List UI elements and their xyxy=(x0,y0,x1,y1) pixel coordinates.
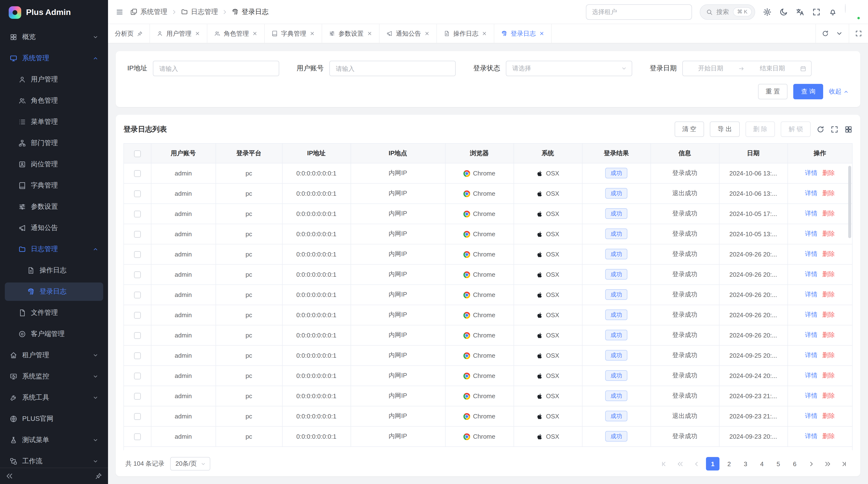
table-fullscreen-icon[interactable] xyxy=(830,125,839,133)
detail-link[interactable]: 详情 xyxy=(805,311,817,318)
tab-close-icon[interactable] xyxy=(424,31,430,36)
detail-link[interactable]: 详情 xyxy=(805,230,817,237)
status-filter-select[interactable]: 请选择 xyxy=(506,61,632,76)
tab-close-icon[interactable] xyxy=(195,31,200,36)
column-header[interactable]: 系统 xyxy=(514,144,582,163)
delete-button[interactable]: 删 除 xyxy=(745,122,775,137)
column-header[interactable]: 登录平台 xyxy=(216,144,282,163)
page-number-button[interactable]: 3 xyxy=(739,457,752,471)
prev-page-button[interactable] xyxy=(689,457,703,471)
column-header[interactable]: 日期 xyxy=(719,144,787,163)
delete-link[interactable]: 删除 xyxy=(823,412,835,419)
user-avatar[interactable] xyxy=(845,4,860,20)
search-button[interactable]: 查 询 xyxy=(794,84,823,99)
tab-menu-chevron-icon[interactable] xyxy=(836,30,843,37)
row-checkbox[interactable] xyxy=(134,251,141,258)
row-checkbox[interactable] xyxy=(134,292,141,298)
detail-link[interactable]: 详情 xyxy=(805,250,817,257)
sidebar-item-system-mgmt[interactable]: 系统管理 xyxy=(5,49,103,67)
delete-link[interactable]: 删除 xyxy=(823,250,835,257)
tenant-select-input[interactable] xyxy=(586,4,692,20)
prev-pages-button[interactable] xyxy=(673,457,687,471)
translate-icon[interactable] xyxy=(796,7,804,16)
delete-link[interactable]: 删除 xyxy=(823,351,835,359)
row-checkbox[interactable] xyxy=(134,433,141,440)
breadcrumb-item[interactable]: 登录日志 xyxy=(231,7,269,16)
sidebar-item-role-mgmt[interactable]: 角色管理 xyxy=(5,92,103,110)
tab-user-mgmt[interactable]: 用户管理 xyxy=(150,24,207,43)
row-checkbox[interactable] xyxy=(134,352,141,359)
sidebar-item-test-menu[interactable]: 测试菜单 xyxy=(5,431,103,449)
detail-link[interactable]: 详情 xyxy=(805,169,817,176)
delete-link[interactable]: 删除 xyxy=(823,291,835,298)
sidebar-item-user-mgmt[interactable]: 用户管理 xyxy=(5,70,103,89)
sidebar-item-plus-site[interactable]: PLUS官网 xyxy=(5,410,103,428)
tab-close-icon[interactable] xyxy=(310,31,315,36)
column-header[interactable]: 操作 xyxy=(787,144,852,163)
tab-close-icon[interactable] xyxy=(252,31,257,36)
detail-link[interactable]: 详情 xyxy=(805,432,817,440)
sidebar-item-menu-mgmt[interactable]: 菜单管理 xyxy=(5,113,103,131)
detail-link[interactable]: 详情 xyxy=(805,372,817,379)
export-button[interactable]: 导 出 xyxy=(710,122,740,137)
unlock-button[interactable]: 解 锁 xyxy=(781,122,811,137)
sidebar-collapse-button[interactable] xyxy=(6,473,13,480)
next-pages-button[interactable] xyxy=(821,457,834,471)
row-checkbox[interactable] xyxy=(134,170,141,177)
tab-role-mgmt[interactable]: 角色管理 xyxy=(207,24,265,43)
notification-bell-icon[interactable] xyxy=(829,7,837,16)
detail-link[interactable]: 详情 xyxy=(805,351,817,359)
tab-close-icon[interactable] xyxy=(539,31,545,36)
sidebar-item-login-log[interactable]: 登录日志 xyxy=(5,283,103,301)
row-checkbox[interactable] xyxy=(134,393,141,400)
delete-link[interactable]: 删除 xyxy=(823,270,835,278)
tab-op-log[interactable]: 操作日志 xyxy=(437,24,494,43)
row-checkbox[interactable] xyxy=(134,312,141,319)
delete-link[interactable]: 删除 xyxy=(823,392,835,399)
delete-link[interactable]: 删除 xyxy=(823,230,835,237)
column-header[interactable]: 用户账号 xyxy=(151,144,216,163)
next-page-button[interactable] xyxy=(804,457,818,471)
hamburger-menu-button[interactable] xyxy=(116,8,123,16)
detail-link[interactable]: 详情 xyxy=(805,189,817,197)
breadcrumb-item[interactable]: 系统管理 xyxy=(130,7,167,16)
page-size-select[interactable]: 20条/页 xyxy=(170,457,210,471)
delete-link[interactable]: 删除 xyxy=(823,372,835,379)
detail-link[interactable]: 详情 xyxy=(805,210,817,217)
sidebar-item-op-log[interactable]: 操作日志 xyxy=(5,261,103,280)
row-checkbox[interactable] xyxy=(134,231,141,238)
reset-button[interactable]: 重 置 xyxy=(758,84,788,99)
page-number-button[interactable]: 1 xyxy=(706,457,719,471)
sidebar-item-tenant-mgmt[interactable]: 租户管理 xyxy=(5,346,103,364)
row-checkbox[interactable] xyxy=(134,413,141,420)
row-checkbox[interactable] xyxy=(134,211,141,218)
first-page-button[interactable] xyxy=(657,457,670,471)
sidebar-item-workflow[interactable]: 工作流 xyxy=(5,452,103,467)
table-scrollbar[interactable] xyxy=(848,166,851,238)
tab-close-icon[interactable] xyxy=(482,31,487,36)
select-all-checkbox[interactable] xyxy=(134,150,141,157)
tab-param-settings[interactable]: 参数设置 xyxy=(322,24,379,43)
page-number-button[interactable]: 4 xyxy=(755,457,769,471)
clear-button[interactable]: 清 空 xyxy=(674,122,704,137)
sidebar-item-sys-monitor[interactable]: 系统监控 xyxy=(5,367,103,386)
tab-notice[interactable]: 通知公告 xyxy=(379,24,437,43)
dark-mode-moon-icon[interactable] xyxy=(779,7,788,16)
row-checkbox[interactable] xyxy=(134,271,141,278)
delete-link[interactable]: 删除 xyxy=(823,210,835,217)
sidebar-item-dict-mgmt[interactable]: 字典管理 xyxy=(5,176,103,195)
date-range-picker[interactable]: 开始日期 结束日期 xyxy=(682,61,812,76)
sidebar-pin-icon[interactable] xyxy=(95,473,102,480)
row-checkbox[interactable] xyxy=(134,332,141,339)
detail-link[interactable]: 详情 xyxy=(805,291,817,298)
delete-link[interactable]: 删除 xyxy=(823,189,835,197)
delete-link[interactable]: 删除 xyxy=(823,311,835,318)
column-header[interactable]: 信息 xyxy=(651,144,719,163)
tab-close-icon[interactable] xyxy=(367,31,372,36)
delete-link[interactable]: 删除 xyxy=(823,331,835,338)
account-filter-input[interactable] xyxy=(329,61,456,76)
page-number-button[interactable]: 2 xyxy=(722,457,736,471)
column-header[interactable]: IP地点 xyxy=(350,144,445,163)
ip-filter-input[interactable] xyxy=(153,61,279,76)
column-settings-icon[interactable] xyxy=(844,125,852,133)
